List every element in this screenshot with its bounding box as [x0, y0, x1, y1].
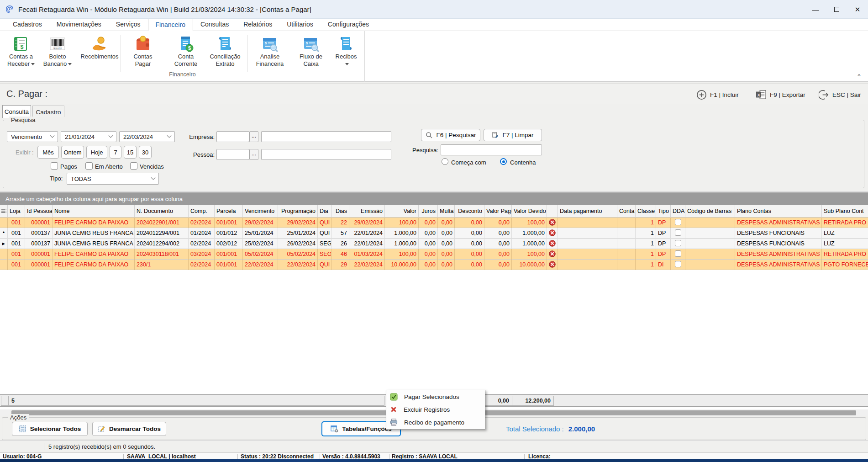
- column-header-valor_devido[interactable]: Valor Devido: [512, 205, 547, 218]
- ribbon-boleto-bancario[interactable]: BOLETO Boleto Bancario: [37, 33, 79, 73]
- empresa-code-input[interactable]: [216, 131, 249, 142]
- column-header-emissao[interactable]: Emissão: [349, 205, 385, 218]
- tab-consulta[interactable]: Consulta: [2, 105, 31, 118]
- column-header-sub_plano[interactable]: Sub Plano Cont: [822, 205, 868, 218]
- quick-ontem-button[interactable]: Ontem: [61, 146, 84, 159]
- dda-checkbox[interactable]: [675, 229, 681, 236]
- contenha-radio[interactable]: [500, 158, 507, 165]
- column-header-conta[interactable]: Conta: [617, 205, 636, 218]
- selecionar-todos-button[interactable]: Selecionar Todos: [12, 422, 88, 436]
- column-header-id_pessoa[interactable]: Id Pessoa: [25, 205, 53, 218]
- column-header-nome[interactable]: Nome: [53, 205, 135, 218]
- menu-tab-configuracoes[interactable]: Configurações: [321, 19, 376, 31]
- pesquisar-button[interactable]: F6 | Pesquisar: [421, 129, 480, 141]
- ribbon-analise-financeira[interactable]: $ Analise Financeira: [249, 33, 291, 73]
- column-header-juros[interactable]: Juros: [419, 205, 438, 218]
- tipo-select[interactable]: TODAS: [67, 173, 159, 185]
- empresa-name-input[interactable]: [261, 131, 391, 142]
- column-header-parcela[interactable]: Parcela: [215, 205, 243, 218]
- cancel-row-icon[interactable]: [547, 239, 558, 249]
- menu-tab-relatorios[interactable]: Relatórios: [236, 19, 279, 31]
- grid-menu-icon-cell[interactable]: [0, 205, 8, 218]
- actions-legend: Ações: [8, 414, 29, 421]
- cancel-row-icon[interactable]: [547, 260, 558, 270]
- table-row[interactable]: 001000001FELIPE CARMO DA PAIXAO230/102/2…: [0, 260, 868, 270]
- minimize-button[interactable]: —: [805, 0, 826, 19]
- cancel-row-icon[interactable]: [547, 218, 558, 228]
- pessoa-code-input[interactable]: [216, 149, 249, 160]
- quick-30-button[interactable]: 30: [139, 146, 152, 159]
- incluir-button[interactable]: F1 | Incluir: [696, 88, 739, 101]
- cancel-row-icon[interactable]: [547, 228, 558, 239]
- ribbon-recibos[interactable]: Recibos: [325, 33, 367, 73]
- menu-item-recibo-pagamento[interactable]: Recibo de pagamento: [386, 416, 485, 429]
- table-row[interactable]: •001000137JUNIA CEMIG REUS FRANCA2024012…: [0, 228, 868, 239]
- pesquisa-input[interactable]: [441, 144, 542, 155]
- dda-checkbox[interactable]: [675, 261, 681, 267]
- column-header-valor[interactable]: Valor: [385, 205, 419, 218]
- menu-tab-cadastros[interactable]: Cadastros: [5, 19, 49, 31]
- column-header-vencimento[interactable]: Vencimento: [243, 205, 278, 218]
- column-header-n_documento[interactable]: N. Documento: [135, 205, 189, 218]
- grid-group-hint[interactable]: Arraste um cabeçalho da coluna aqui para…: [0, 192, 868, 205]
- ribbon-collapse-icon[interactable]: ⌃: [857, 73, 862, 80]
- limpar-button[interactable]: F7 | Limpar: [484, 129, 542, 141]
- pagos-checkbox[interactable]: [51, 162, 58, 170]
- pessoa-name-input[interactable]: [261, 149, 391, 160]
- ribbon-conciliacao-extrato[interactable]: Conciliação Extrato: [204, 33, 246, 73]
- column-header-dias[interactable]: Dias: [331, 205, 349, 218]
- ribbon-recebimentos[interactable]: Recebimentos: [77, 33, 122, 73]
- table-row[interactable]: ▸001000137JUNIA CEMIG REUS FRANCA2024012…: [0, 239, 868, 249]
- dda-checkbox[interactable]: [675, 219, 681, 225]
- quick-hoje-button[interactable]: Hoje: [86, 146, 107, 159]
- table-row[interactable]: 001000001FELIPE CARMO DA PAIXAO202402290…: [0, 218, 868, 228]
- sair-button[interactable]: ESC | Sair: [819, 88, 861, 101]
- cancel-row-icon[interactable]: [547, 249, 558, 260]
- column-header-tipo[interactable]: Tipo: [656, 205, 671, 218]
- exportar-button[interactable]: X F9 | Exportar: [756, 88, 805, 101]
- vencidas-checkbox[interactable]: [130, 162, 137, 170]
- menu-tab-servicos[interactable]: Serviços: [109, 19, 148, 31]
- column-header-dia[interactable]: Dia: [318, 205, 331, 218]
- cell-codigo_barras: [685, 239, 735, 249]
- column-header-valor_pago[interactable]: Valor Pago: [484, 205, 512, 218]
- menu-tab-movimentacoes[interactable]: Movimentações: [49, 19, 109, 31]
- comeca-com-radio[interactable]: [442, 158, 448, 165]
- column-header-codigo_barras[interactable]: Código de Barras: [685, 205, 735, 218]
- ribbon-conta-corrente[interactable]: $ Conta Corrente: [165, 33, 207, 73]
- column-header-multa[interactable]: Multa: [438, 205, 455, 218]
- date-to-select[interactable]: 22/03/2024: [119, 131, 175, 142]
- ribbon-contas-pagar[interactable]: Contas Pagar: [122, 33, 164, 73]
- column-header-xicon[interactable]: [547, 205, 558, 218]
- column-header-comp[interactable]: Comp.: [189, 205, 215, 218]
- table-row[interactable]: 001000001FELIPE CARMO DA PAIXAO202403011…: [0, 249, 868, 260]
- menu-tab-utilitarios[interactable]: Utilitarios: [279, 19, 321, 31]
- menu-item-pagar-selecionados[interactable]: Pagar Selecionados: [386, 390, 485, 403]
- date-from-select[interactable]: 21/01/2024: [61, 131, 116, 142]
- dda-checkbox[interactable]: [675, 240, 681, 246]
- ribbon-contas-a-receber[interactable]: $ Contas a Receber: [0, 33, 42, 73]
- desmarcar-todos-button[interactable]: Desmarcar Todos: [92, 422, 166, 436]
- tab-cadastro[interactable]: Cadastro: [32, 106, 64, 117]
- quick-15-button[interactable]: 15: [124, 146, 137, 159]
- empresa-lookup-button[interactable]: ...: [249, 131, 258, 142]
- dda-checkbox[interactable]: [675, 250, 681, 257]
- quick-7-button[interactable]: 7: [110, 146, 121, 159]
- em-aberto-checkbox[interactable]: [85, 162, 93, 170]
- pessoa-lookup-button[interactable]: ...: [249, 149, 258, 160]
- menu-item-excluir-registros[interactable]: Excluir Registros: [386, 403, 485, 416]
- menu-tab-financeiro[interactable]: Financeiro: [148, 19, 193, 31]
- close-button[interactable]: ✕: [847, 0, 868, 19]
- column-header-desconto[interactable]: Desconto: [455, 205, 484, 218]
- column-header-programacao[interactable]: Programação: [278, 205, 318, 218]
- column-header-data_pagamento[interactable]: Data pagamento: [558, 205, 617, 218]
- column-header-classe[interactable]: Classe: [636, 205, 656, 218]
- quick-mes-button[interactable]: Mês: [37, 146, 59, 159]
- column-header-plano[interactable]: Plano Contas: [735, 205, 822, 218]
- column-header-loja[interactable]: Loja: [8, 205, 25, 218]
- maximize-button[interactable]: [826, 0, 847, 19]
- menu-tab-consultas[interactable]: Consultas: [193, 19, 236, 31]
- column-header-dda[interactable]: DDA: [671, 205, 685, 218]
- excel-icon: X: [756, 90, 767, 100]
- filter-field-select[interactable]: Vencimento: [7, 131, 58, 142]
